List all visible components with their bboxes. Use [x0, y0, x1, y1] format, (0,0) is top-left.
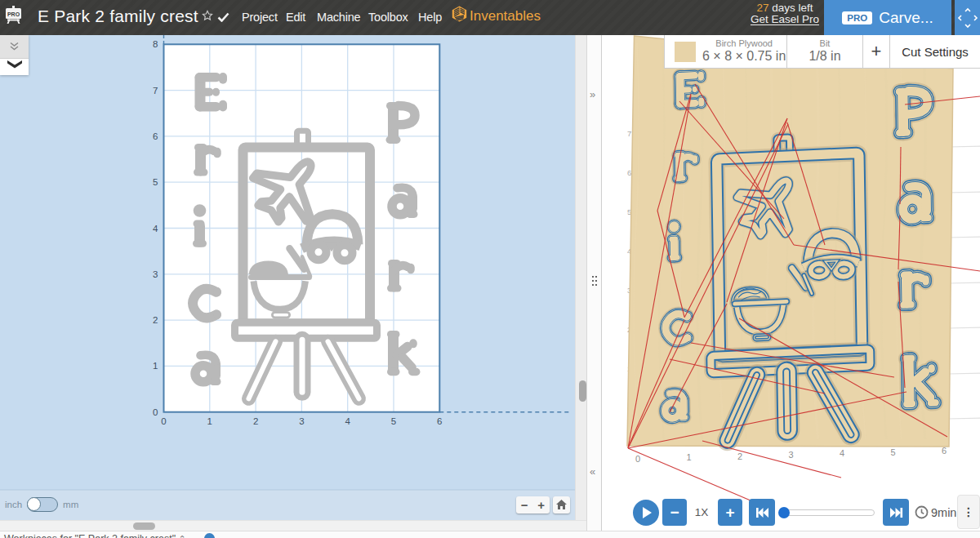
svg-text:5: 5: [391, 416, 396, 426]
svg-text:6: 6: [437, 416, 442, 426]
svg-text:1: 1: [207, 416, 212, 426]
svg-text:3: 3: [788, 450, 793, 460]
svg-text:7: 7: [153, 86, 158, 96]
svg-text:2: 2: [153, 315, 158, 325]
svg-text:0: 0: [161, 416, 166, 426]
svg-text:5: 5: [153, 177, 158, 187]
svg-text:4: 4: [840, 448, 844, 458]
svg-text:7: 7: [627, 129, 631, 138]
svg-text:PRO: PRO: [7, 11, 20, 17]
svg-text:2: 2: [253, 416, 258, 426]
svg-text:1: 1: [153, 361, 158, 371]
svg-text:8: 8: [153, 39, 158, 49]
svg-text:4: 4: [345, 416, 350, 426]
svg-text:4: 4: [153, 224, 158, 233]
svg-text:3: 3: [299, 416, 304, 426]
svg-text:1: 1: [686, 452, 691, 462]
svg-text:6: 6: [942, 446, 947, 456]
svg-text:2: 2: [737, 451, 742, 461]
svg-text:5: 5: [890, 447, 895, 457]
svg-text:0: 0: [153, 407, 158, 417]
svg-text:6: 6: [627, 168, 631, 177]
svg-text:3: 3: [153, 269, 158, 279]
svg-text:6: 6: [153, 131, 158, 141]
svg-text:0: 0: [635, 454, 640, 464]
